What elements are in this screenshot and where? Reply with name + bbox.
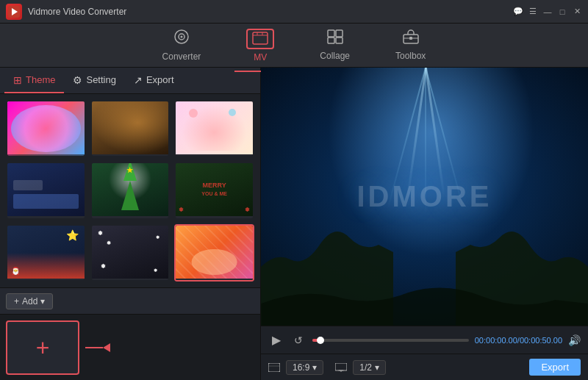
mv-icon	[246, 29, 274, 49]
nav-bar: Converter MV Collage	[0, 24, 588, 68]
theme-neat-thumb	[92, 101, 169, 154]
theme-grid-icon: ⊞	[13, 74, 22, 86]
menu-icon[interactable]: ☰	[528, 7, 538, 17]
screen-icon	[335, 363, 347, 372]
theme-christmas-label: Christmas Eve	[92, 216, 169, 219]
nav-item-collage[interactable]: Collage	[308, 25, 362, 65]
theme-merry-christmas[interactable]: MERRYYOU & ME ❅ ❅ Merry Christmas	[174, 162, 254, 219]
screen-icon-group	[335, 363, 347, 372]
add-label: Add	[22, 296, 37, 306]
tab-setting-label: Setting	[86, 74, 115, 85]
nav-label-collage: Collage	[320, 51, 350, 61]
chat-icon[interactable]: 💬	[513, 7, 523, 17]
theme-merry-label: Merry Christmas	[176, 216, 253, 219]
media-add-box[interactable]: +	[6, 320, 79, 375]
progress-thumb[interactable]	[317, 337, 324, 344]
tab-export[interactable]: ↗ Export	[125, 68, 183, 93]
progress-bar[interactable]	[312, 339, 469, 342]
right-panel: IDMORE ▶ ↺ 00:00:00.00/00:00:50.00 🔊 16:…	[261, 68, 588, 380]
add-bar: + Add ▾	[0, 287, 260, 314]
app-title: Vidmore Video Converter	[28, 7, 513, 17]
app-logo	[6, 4, 22, 20]
export-button[interactable]: Export	[529, 359, 581, 376]
theme-snowy-label: Snowy Night	[92, 279, 169, 282]
screen-dropdown-icon: ▾	[375, 362, 379, 373]
theme-grid: Chic Neat Happy	[0, 94, 260, 287]
theme-simple-label: Simple	[7, 216, 85, 219]
theme-stripes-waves[interactable]: Stripes & Waves	[174, 224, 254, 282]
svg-rect-16	[268, 363, 280, 372]
svg-point-4	[180, 36, 182, 38]
svg-rect-10	[336, 30, 343, 37]
main-area: ⊞ Theme ⚙ Setting ↗ Export Chic	[0, 68, 588, 380]
svg-rect-11	[328, 37, 334, 43]
export-arrow-icon: ↗	[134, 74, 143, 86]
theme-simple[interactable]: Simple	[6, 162, 86, 219]
theme-stripes-label: Stripes & Waves	[176, 279, 253, 282]
setting-gear-icon: ⚙	[73, 74, 82, 86]
svg-rect-12	[336, 37, 343, 43]
theme-simple-thumb	[7, 163, 85, 216]
theme-snowy-night[interactable]: ❅ ❅ ❅ ❅ ❅ Snowy Night	[90, 224, 171, 282]
toolbox-icon	[403, 29, 419, 48]
tab-export-label: Export	[146, 74, 174, 85]
tab-theme-label: Theme	[26, 74, 55, 85]
ratio-dropdown-icon: ▾	[312, 362, 317, 373]
vidmore-watermark: IDMORE	[357, 180, 492, 213]
theme-chic[interactable]: Chic	[6, 100, 86, 157]
svg-rect-18	[335, 363, 347, 370]
svg-rect-5	[253, 32, 268, 44]
theme-happy-label: Happy	[176, 154, 253, 157]
left-panel: ⊞ Theme ⚙ Setting ↗ Export Chic	[0, 68, 261, 380]
minimize-button[interactable]: —	[542, 7, 553, 17]
theme-santa-claus[interactable]: ⭐ 🎅 Santa Claus	[6, 224, 86, 282]
collage-icon	[327, 29, 343, 48]
play-button[interactable]: ▶	[268, 332, 284, 348]
tab-setting[interactable]: ⚙ Setting	[64, 68, 124, 93]
svg-rect-15	[409, 37, 412, 40]
window-controls: 💬 ☰ — □ ✕	[513, 7, 582, 17]
converter-icon	[173, 29, 190, 49]
add-dropdown-icon: ▾	[40, 296, 45, 306]
aspect-ratio-icon-group	[268, 363, 280, 372]
svg-rect-9	[328, 30, 334, 37]
video-preview: IDMORE	[261, 68, 588, 326]
theme-happy[interactable]: Happy	[174, 100, 254, 157]
nav-label-toolbox: Toolbox	[395, 51, 426, 61]
add-button[interactable]: + Add ▾	[6, 293, 53, 309]
aspect-icon	[268, 363, 280, 372]
add-plus-icon: +	[14, 296, 19, 306]
title-bar: Vidmore Video Converter 💬 ☰ — □ ✕	[0, 0, 588, 24]
nav-label-converter: Converter	[162, 51, 201, 62]
theme-merry-thumb: MERRYYOU & ME ❅ ❅	[176, 163, 253, 216]
theme-christmas-eve[interactable]: ★ Christmas Eve	[90, 162, 171, 219]
nav-item-mv[interactable]: MV	[234, 24, 286, 67]
player-controls: ▶ ↺ 00:00:00.00/00:00:50.00 🔊	[261, 326, 588, 354]
media-strip: +	[0, 314, 260, 380]
screen-selector[interactable]: 1/2 ▾	[353, 360, 386, 375]
nav-item-toolbox[interactable]: Toolbox	[384, 25, 437, 65]
theme-neat-label: Neat	[92, 154, 169, 157]
theme-happy-thumb	[176, 101, 253, 154]
theme-christmas-thumb: ★	[92, 163, 169, 216]
ratio-selector[interactable]: 16:9 ▾	[286, 360, 323, 375]
volume-icon[interactable]: 🔊	[568, 334, 581, 346]
theme-neat[interactable]: Neat	[90, 100, 171, 157]
media-add-plus-icon: +	[36, 336, 50, 359]
theme-stripes-thumb	[176, 226, 253, 279]
restore-button[interactable]: □	[557, 7, 567, 17]
nav-label-mv: MV	[254, 52, 267, 62]
theme-chic-thumb	[7, 101, 85, 154]
ratio-value: 16:9	[293, 362, 309, 373]
tab-bar: ⊞ Theme ⚙ Setting ↗ Export	[0, 68, 260, 94]
nav-item-converter[interactable]: Converter	[151, 24, 213, 66]
time-display: 00:00:00.00/00:00:50.00	[475, 336, 562, 345]
screen-value: 1/2	[359, 362, 372, 373]
tab-theme[interactable]: ⊞ Theme	[4, 68, 64, 93]
theme-santa-thumb: ⭐ 🎅	[7, 226, 85, 279]
close-button[interactable]: ✕	[572, 7, 582, 17]
theme-santa-label: Santa Claus	[7, 279, 85, 282]
theme-snowy-thumb: ❅ ❅ ❅ ❅ ❅	[92, 226, 169, 279]
bottom-bar: 16:9 ▾ 1/2 ▾ Export	[261, 354, 588, 380]
replay-button[interactable]: ↺	[290, 332, 306, 348]
